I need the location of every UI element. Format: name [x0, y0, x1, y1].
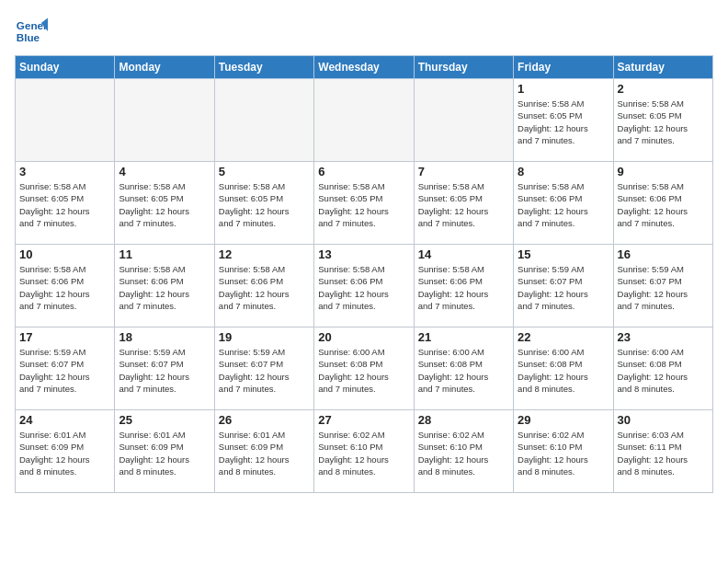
calendar-day-cell: 8Sunrise: 5:58 AM Sunset: 6:06 PM Daylig…: [514, 162, 613, 245]
weekday-header: Wednesday: [314, 56, 414, 79]
calendar-day-cell: [16, 79, 115, 162]
day-number: 27: [318, 413, 409, 427]
calendar-day-cell: 3Sunrise: 5:58 AM Sunset: 6:05 PM Daylig…: [16, 162, 115, 245]
calendar-day-cell: 14Sunrise: 5:58 AM Sunset: 6:06 PM Dayli…: [414, 245, 513, 327]
day-info: Sunrise: 6:03 AM Sunset: 6:11 PM Dayligh…: [618, 429, 709, 477]
calendar-day-cell: 1Sunrise: 5:58 AM Sunset: 6:05 PM Daylig…: [514, 79, 613, 162]
day-number: 23: [618, 330, 709, 344]
calendar-day-cell: 28Sunrise: 6:02 AM Sunset: 6:10 PM Dayli…: [414, 410, 513, 493]
calendar-day-cell: 21Sunrise: 6:00 AM Sunset: 6:08 PM Dayli…: [414, 327, 513, 410]
day-number: 15: [518, 247, 609, 261]
day-number: 8: [518, 165, 609, 178]
calendar-day-cell: 9Sunrise: 5:58 AM Sunset: 6:06 PM Daylig…: [613, 162, 712, 245]
day-number: 1: [518, 82, 609, 96]
day-number: 21: [418, 330, 509, 344]
calendar-day-cell: 22Sunrise: 6:00 AM Sunset: 6:08 PM Dayli…: [514, 327, 613, 410]
day-info: Sunrise: 6:02 AM Sunset: 6:10 PM Dayligh…: [518, 429, 609, 477]
day-number: 30: [618, 413, 709, 427]
weekday-header: Saturday: [613, 56, 712, 79]
calendar-table: SundayMondayTuesdayWednesdayThursdayFrid…: [15, 55, 713, 493]
day-number: 26: [219, 413, 310, 427]
day-info: Sunrise: 6:00 AM Sunset: 6:08 PM Dayligh…: [618, 346, 709, 395]
day-number: 18: [119, 330, 210, 344]
calendar-week-row: 1Sunrise: 5:58 AM Sunset: 6:05 PM Daylig…: [16, 79, 713, 162]
day-info: Sunrise: 5:58 AM Sunset: 6:06 PM Dayligh…: [518, 180, 609, 229]
calendar-day-cell: 13Sunrise: 5:58 AM Sunset: 6:06 PM Dayli…: [314, 245, 414, 327]
calendar-day-cell: 18Sunrise: 5:59 AM Sunset: 6:07 PM Dayli…: [115, 327, 214, 410]
calendar-week-row: 10Sunrise: 5:58 AM Sunset: 6:06 PM Dayli…: [16, 245, 713, 327]
svg-text:Blue: Blue: [17, 31, 40, 43]
day-number: 12: [219, 247, 310, 261]
weekday-header: Thursday: [414, 56, 513, 79]
calendar-day-cell: 26Sunrise: 6:01 AM Sunset: 6:09 PM Dayli…: [214, 410, 313, 493]
day-number: 13: [318, 247, 409, 261]
weekday-header: Tuesday: [214, 56, 313, 79]
day-number: 4: [119, 165, 210, 178]
calendar-day-cell: 23Sunrise: 6:00 AM Sunset: 6:08 PM Dayli…: [613, 327, 712, 410]
day-info: Sunrise: 5:59 AM Sunset: 6:07 PM Dayligh…: [19, 346, 110, 395]
calendar-day-cell: 7Sunrise: 5:58 AM Sunset: 6:05 PM Daylig…: [414, 162, 513, 245]
calendar-day-cell: 12Sunrise: 5:58 AM Sunset: 6:06 PM Dayli…: [214, 245, 313, 327]
calendar-day-cell: 20Sunrise: 6:00 AM Sunset: 6:08 PM Dayli…: [314, 327, 414, 410]
day-info: Sunrise: 5:58 AM Sunset: 6:05 PM Dayligh…: [518, 98, 609, 146]
day-info: Sunrise: 5:58 AM Sunset: 6:05 PM Dayligh…: [19, 180, 110, 229]
day-info: Sunrise: 6:01 AM Sunset: 6:09 PM Dayligh…: [119, 429, 210, 477]
weekday-header: Friday: [514, 56, 613, 79]
calendar-day-cell: 5Sunrise: 5:58 AM Sunset: 6:05 PM Daylig…: [214, 162, 313, 245]
calendar-day-cell: 11Sunrise: 5:58 AM Sunset: 6:06 PM Dayli…: [115, 245, 214, 327]
day-info: Sunrise: 5:58 AM Sunset: 6:05 PM Dayligh…: [618, 98, 709, 146]
day-number: 7: [418, 165, 509, 178]
day-info: Sunrise: 6:02 AM Sunset: 6:10 PM Dayligh…: [318, 429, 409, 477]
weekday-header: Monday: [115, 56, 214, 79]
day-number: 25: [119, 413, 210, 427]
calendar-day-cell: [214, 79, 313, 162]
day-info: Sunrise: 6:02 AM Sunset: 6:10 PM Dayligh…: [418, 429, 509, 477]
day-number: 14: [418, 247, 509, 261]
calendar-day-cell: 15Sunrise: 5:59 AM Sunset: 6:07 PM Dayli…: [514, 245, 613, 327]
day-info: Sunrise: 5:58 AM Sunset: 6:06 PM Dayligh…: [318, 263, 409, 312]
calendar-day-cell: 19Sunrise: 5:59 AM Sunset: 6:07 PM Dayli…: [214, 327, 313, 410]
logo-icon: General Blue: [15, 15, 48, 48]
calendar-day-cell: 4Sunrise: 5:58 AM Sunset: 6:05 PM Daylig…: [115, 162, 214, 245]
day-info: Sunrise: 6:00 AM Sunset: 6:08 PM Dayligh…: [318, 346, 409, 395]
day-number: 19: [219, 330, 310, 344]
calendar-day-cell: 30Sunrise: 6:03 AM Sunset: 6:11 PM Dayli…: [613, 410, 712, 493]
day-info: Sunrise: 6:00 AM Sunset: 6:08 PM Dayligh…: [418, 346, 509, 395]
calendar-day-cell: 27Sunrise: 6:02 AM Sunset: 6:10 PM Dayli…: [314, 410, 414, 493]
svg-text:General: General: [17, 19, 48, 31]
calendar-day-cell: 2Sunrise: 5:58 AM Sunset: 6:05 PM Daylig…: [613, 79, 712, 162]
day-number: 17: [19, 330, 110, 344]
calendar-day-cell: 17Sunrise: 5:59 AM Sunset: 6:07 PM Dayli…: [16, 327, 115, 410]
day-info: Sunrise: 5:59 AM Sunset: 6:07 PM Dayligh…: [119, 346, 210, 395]
day-info: Sunrise: 5:58 AM Sunset: 6:06 PM Dayligh…: [119, 263, 210, 312]
day-info: Sunrise: 5:58 AM Sunset: 6:06 PM Dayligh…: [19, 263, 110, 312]
day-info: Sunrise: 5:58 AM Sunset: 6:05 PM Dayligh…: [219, 180, 310, 229]
day-number: 3: [19, 165, 110, 178]
calendar-day-cell: 16Sunrise: 5:59 AM Sunset: 6:07 PM Dayli…: [613, 245, 712, 327]
weekday-header: Sunday: [16, 56, 115, 79]
day-info: Sunrise: 5:58 AM Sunset: 6:05 PM Dayligh…: [119, 180, 210, 229]
calendar-day-cell: 10Sunrise: 5:58 AM Sunset: 6:06 PM Dayli…: [16, 245, 115, 327]
calendar-day-cell: 29Sunrise: 6:02 AM Sunset: 6:10 PM Dayli…: [514, 410, 613, 493]
calendar-day-cell: 24Sunrise: 6:01 AM Sunset: 6:09 PM Dayli…: [16, 410, 115, 493]
day-info: Sunrise: 6:01 AM Sunset: 6:09 PM Dayligh…: [219, 429, 310, 477]
day-number: 28: [418, 413, 509, 427]
day-number: 16: [618, 247, 709, 261]
calendar-day-cell: 6Sunrise: 5:58 AM Sunset: 6:05 PM Daylig…: [314, 162, 414, 245]
day-number: 29: [518, 413, 609, 427]
day-info: Sunrise: 5:59 AM Sunset: 6:07 PM Dayligh…: [518, 263, 609, 312]
calendar-day-cell: [314, 79, 414, 162]
day-number: 5: [219, 165, 310, 178]
day-number: 24: [19, 413, 110, 427]
calendar-day-cell: 25Sunrise: 6:01 AM Sunset: 6:09 PM Dayli…: [115, 410, 214, 493]
logo: General Blue: [15, 15, 48, 48]
day-info: Sunrise: 5:58 AM Sunset: 6:06 PM Dayligh…: [219, 263, 310, 312]
calendar-week-row: 17Sunrise: 5:59 AM Sunset: 6:07 PM Dayli…: [16, 327, 713, 410]
day-info: Sunrise: 5:58 AM Sunset: 6:06 PM Dayligh…: [618, 180, 709, 229]
day-info: Sunrise: 5:58 AM Sunset: 6:06 PM Dayligh…: [418, 263, 509, 312]
calendar-week-row: 3Sunrise: 5:58 AM Sunset: 6:05 PM Daylig…: [16, 162, 713, 245]
day-number: 6: [318, 165, 409, 178]
day-info: Sunrise: 5:58 AM Sunset: 6:05 PM Dayligh…: [418, 180, 509, 229]
day-info: Sunrise: 5:59 AM Sunset: 6:07 PM Dayligh…: [618, 263, 709, 312]
calendar-week-row: 24Sunrise: 6:01 AM Sunset: 6:09 PM Dayli…: [16, 410, 713, 493]
